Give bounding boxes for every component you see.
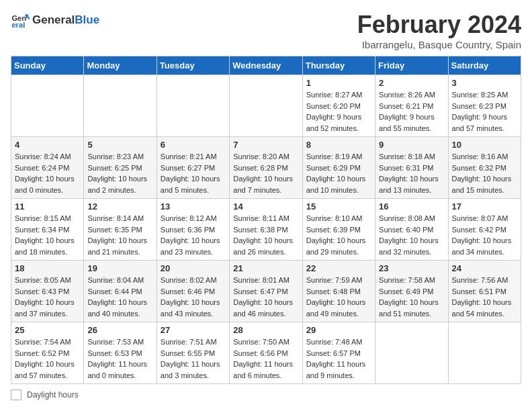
day-cell: 10Sunrise: 8:16 AM Sunset: 6:32 PM Dayli… [448, 137, 521, 199]
day-cell: 19Sunrise: 8:04 AM Sunset: 6:44 PM Dayli… [84, 261, 157, 322]
day-info: Sunrise: 8:19 AM Sunset: 6:29 PM Dayligh… [306, 151, 371, 195]
day-cell: 29Sunrise: 7:48 AM Sunset: 6:57 PM Dayli… [302, 322, 375, 384]
day-info: Sunrise: 8:24 AM Sunset: 6:24 PM Dayligh… [15, 151, 80, 195]
header-cell-monday: Monday [84, 56, 157, 75]
day-number: 14 [233, 201, 298, 212]
day-cell: 24Sunrise: 7:56 AM Sunset: 6:51 PM Dayli… [448, 261, 521, 322]
day-number: 9 [379, 140, 444, 150]
day-number: 13 [161, 201, 226, 212]
day-info: Sunrise: 7:56 AM Sunset: 6:51 PM Dayligh… [452, 275, 517, 319]
day-number: 23 [379, 263, 444, 273]
day-info: Sunrise: 8:12 AM Sunset: 6:36 PM Dayligh… [161, 213, 226, 257]
day-number: 18 [15, 263, 80, 273]
day-cell: 4Sunrise: 8:24 AM Sunset: 6:24 PM Daylig… [11, 137, 84, 199]
day-info: Sunrise: 8:18 AM Sunset: 6:31 PM Dayligh… [379, 151, 444, 195]
day-number: 26 [87, 325, 152, 335]
logo: Gen eral GeneralBlue [11, 11, 99, 30]
logo-icon: Gen eral [11, 11, 30, 30]
day-info: Sunrise: 8:25 AM Sunset: 6:23 PM Dayligh… [452, 89, 517, 134]
day-cell: 16Sunrise: 8:08 AM Sunset: 6:40 PM Dayli… [375, 199, 448, 261]
day-number: 1 [306, 78, 371, 88]
header-cell-friday: Friday [375, 56, 448, 75]
day-cell: 20Sunrise: 8:02 AM Sunset: 6:46 PM Dayli… [157, 261, 229, 322]
week-row-5: 25Sunrise: 7:54 AM Sunset: 6:52 PM Dayli… [11, 322, 521, 384]
day-cell: 21Sunrise: 8:01 AM Sunset: 6:47 PM Dayli… [230, 261, 302, 322]
day-info: Sunrise: 8:11 AM Sunset: 6:38 PM Dayligh… [233, 213, 298, 257]
day-info: Sunrise: 8:10 AM Sunset: 6:39 PM Dayligh… [306, 213, 371, 257]
day-number: 25 [15, 325, 80, 335]
day-number: 24 [452, 263, 517, 273]
day-cell: 12Sunrise: 8:14 AM Sunset: 6:35 PM Dayli… [84, 199, 157, 261]
day-cell: 17Sunrise: 8:07 AM Sunset: 6:42 PM Dayli… [448, 199, 521, 261]
header-cell-wednesday: Wednesday [230, 56, 302, 75]
day-info: Sunrise: 8:27 AM Sunset: 6:20 PM Dayligh… [306, 89, 371, 134]
page-title: February 2024 [357, 11, 521, 39]
day-info: Sunrise: 7:54 AM Sunset: 6:52 PM Dayligh… [15, 336, 80, 381]
day-info: Sunrise: 8:21 AM Sunset: 6:27 PM Dayligh… [161, 151, 226, 195]
day-info: Sunrise: 7:58 AM Sunset: 6:49 PM Dayligh… [379, 275, 444, 319]
day-number: 12 [87, 201, 152, 212]
daylight-box-icon [11, 390, 21, 400]
day-cell: 18Sunrise: 8:05 AM Sunset: 6:43 PM Dayli… [11, 261, 84, 322]
footer: Daylight hours [11, 390, 521, 400]
calendar-table: SundayMondayTuesdayWednesdayThursdayFrid… [11, 56, 521, 384]
day-cell: 13Sunrise: 8:12 AM Sunset: 6:36 PM Dayli… [157, 199, 229, 261]
day-number: 19 [87, 263, 152, 273]
header-cell-tuesday: Tuesday [157, 56, 229, 75]
day-cell: 27Sunrise: 7:51 AM Sunset: 6:55 PM Dayli… [157, 322, 229, 384]
header: Gen eral GeneralBlue February 2024 Ibarr… [11, 11, 521, 50]
day-info: Sunrise: 8:15 AM Sunset: 6:34 PM Dayligh… [15, 213, 80, 257]
day-number: 20 [161, 263, 226, 273]
day-info: Sunrise: 7:59 AM Sunset: 6:48 PM Dayligh… [306, 275, 371, 319]
header-cell-thursday: Thursday [302, 56, 375, 75]
logo-blue: Blue [75, 13, 99, 26]
day-number: 10 [452, 140, 517, 150]
day-cell: 2Sunrise: 8:26 AM Sunset: 6:21 PM Daylig… [375, 75, 448, 137]
day-cell: 28Sunrise: 7:50 AM Sunset: 6:56 PM Dayli… [230, 322, 302, 384]
day-number: 28 [233, 325, 298, 335]
svg-text:eral: eral [11, 21, 25, 29]
day-number: 16 [379, 201, 444, 212]
day-info: Sunrise: 8:01 AM Sunset: 6:47 PM Dayligh… [233, 275, 298, 319]
day-number: 4 [15, 140, 80, 150]
day-cell [375, 322, 448, 384]
day-info: Sunrise: 8:23 AM Sunset: 6:25 PM Dayligh… [87, 151, 152, 195]
day-cell: 15Sunrise: 8:10 AM Sunset: 6:39 PM Dayli… [302, 199, 375, 261]
day-cell: 22Sunrise: 7:59 AM Sunset: 6:48 PM Dayli… [302, 261, 375, 322]
week-row-1: 1Sunrise: 8:27 AM Sunset: 6:20 PM Daylig… [11, 75, 521, 137]
day-cell: 1Sunrise: 8:27 AM Sunset: 6:20 PM Daylig… [302, 75, 375, 137]
title-area: February 2024 Ibarrangelu, Basque Countr… [357, 11, 521, 50]
day-cell: 25Sunrise: 7:54 AM Sunset: 6:52 PM Dayli… [11, 322, 84, 384]
day-cell: 6Sunrise: 8:21 AM Sunset: 6:27 PM Daylig… [157, 137, 229, 199]
header-cell-sunday: Sunday [11, 56, 84, 75]
day-number: 17 [452, 201, 517, 212]
day-number: 7 [233, 140, 298, 150]
day-info: Sunrise: 8:16 AM Sunset: 6:32 PM Dayligh… [452, 151, 517, 195]
day-info: Sunrise: 8:14 AM Sunset: 6:35 PM Dayligh… [87, 213, 152, 257]
day-number: 3 [452, 78, 517, 88]
day-info: Sunrise: 8:04 AM Sunset: 6:44 PM Dayligh… [87, 275, 152, 319]
day-cell [448, 322, 521, 384]
day-info: Sunrise: 8:26 AM Sunset: 6:21 PM Dayligh… [379, 89, 444, 134]
day-info: Sunrise: 8:08 AM Sunset: 6:40 PM Dayligh… [379, 213, 444, 257]
day-cell [84, 75, 157, 137]
day-info: Sunrise: 7:53 AM Sunset: 6:53 PM Dayligh… [87, 336, 152, 381]
day-cell: 14Sunrise: 8:11 AM Sunset: 6:38 PM Dayli… [230, 199, 302, 261]
day-cell: 26Sunrise: 7:53 AM Sunset: 6:53 PM Dayli… [84, 322, 157, 384]
day-info: Sunrise: 8:05 AM Sunset: 6:43 PM Dayligh… [15, 275, 80, 319]
day-number: 8 [306, 140, 371, 150]
day-cell: 3Sunrise: 8:25 AM Sunset: 6:23 PM Daylig… [448, 75, 521, 137]
day-info: Sunrise: 8:02 AM Sunset: 6:46 PM Dayligh… [161, 275, 226, 319]
daylight-label: Daylight hours [27, 390, 79, 400]
week-row-2: 4Sunrise: 8:24 AM Sunset: 6:24 PM Daylig… [11, 137, 521, 199]
day-number: 27 [161, 325, 226, 335]
day-cell [230, 75, 302, 137]
day-cell: 7Sunrise: 8:20 AM Sunset: 6:28 PM Daylig… [230, 137, 302, 199]
calendar-header: SundayMondayTuesdayWednesdayThursdayFrid… [11, 56, 521, 75]
day-number: 21 [233, 263, 298, 273]
day-info: Sunrise: 7:50 AM Sunset: 6:56 PM Dayligh… [233, 336, 298, 381]
day-number: 22 [306, 263, 371, 273]
week-row-3: 11Sunrise: 8:15 AM Sunset: 6:34 PM Dayli… [11, 199, 521, 261]
day-number: 11 [15, 201, 80, 212]
day-number: 6 [161, 140, 226, 150]
